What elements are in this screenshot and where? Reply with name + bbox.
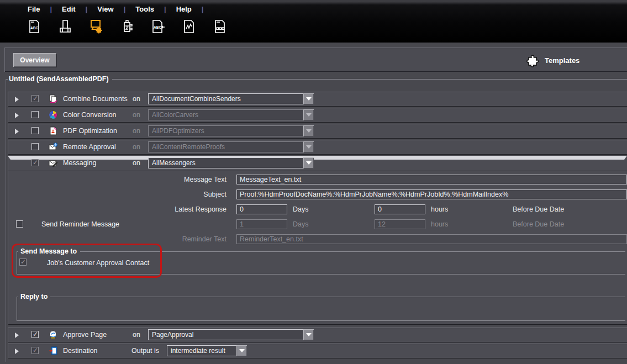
import-text-button[interactable]: ABC [149, 18, 167, 35]
remote-approval-checkbox[interactable] [31, 143, 39, 150]
approve-page-select[interactable]: PageApproval [148, 329, 314, 340]
chevron-down-icon [239, 349, 245, 352]
expand-arrow-icon[interactable] [15, 97, 19, 102]
step-prefix: on [133, 95, 140, 103]
expand-arrow-icon[interactable] [15, 113, 19, 118]
menu-separator: | [86, 5, 88, 13]
combine-documents-select[interactable]: AllDocumentCombineSenders [148, 93, 314, 104]
tab-overview[interactable]: Overview [13, 53, 56, 67]
step-row-remote-approval: Remote Approval on AllContentRemoteProof… [8, 140, 627, 155]
print-output-button[interactable] [56, 18, 74, 35]
messaging-select[interactable]: AllMessengers [148, 157, 314, 168]
select-value: AllContentRemoteProofs [148, 141, 303, 152]
reminder-hours-input[interactable] [375, 219, 425, 229]
combine-documents-icon [48, 94, 58, 104]
svg-text:ABC: ABC [154, 25, 161, 29]
tab-strip: Overview Templates [4, 48, 627, 72]
color-conversion-select[interactable]: AllColorCarvers [148, 109, 314, 120]
color-conversion-checkbox[interactable] [31, 111, 39, 118]
menu-view[interactable]: View [95, 5, 115, 13]
dropdown-button[interactable] [303, 329, 314, 340]
messaging-icon [48, 158, 58, 168]
pdf-optimization-checkbox[interactable] [31, 127, 39, 134]
workflow-group-title: Untitled (SendAssembledPDF) [9, 75, 112, 83]
step-label: Color Conversion [63, 111, 117, 119]
expand-arrow-icon[interactable] [15, 129, 19, 134]
subject-input[interactable] [236, 189, 627, 199]
dropdown-button[interactable] [303, 109, 314, 120]
step-row-color-conversion: Color Conversion on AllColorCarvers [8, 108, 627, 123]
expand-arrow-icon[interactable] [15, 349, 19, 354]
remote-approval-select[interactable]: AllContentRemoteProofs [148, 141, 314, 152]
color-conversion-icon [48, 110, 58, 120]
select-value: intermediate result [167, 345, 236, 356]
signature-document-icon [181, 19, 197, 34]
signature-document-button[interactable] [180, 18, 198, 35]
step-label: Remote Approval [63, 143, 116, 151]
step-prefix: on [133, 127, 140, 135]
latest-response-days-input[interactable] [236, 204, 287, 214]
app-window: { "menu": { "items": ["File", "Edit", "V… [0, 0, 627, 364]
menu-tools[interactable]: Tools [133, 5, 156, 13]
menu-separator: | [202, 5, 204, 13]
remote-approval-icon [48, 142, 58, 152]
workflow-document-button[interactable] [211, 18, 229, 35]
dropdown-button[interactable] [303, 141, 314, 152]
menu-separator: | [164, 5, 166, 13]
expand-arrow-icon[interactable] [15, 333, 19, 338]
step-row-messaging-expanded: ✓ Messaging on AllMessengers Message Tex… [8, 156, 627, 325]
approve-page-checkbox[interactable]: ✓ [31, 331, 39, 338]
chevron-down-icon [306, 113, 312, 117]
dropdown-button[interactable] [303, 93, 314, 104]
dropdown-button[interactable] [303, 157, 314, 168]
step-label: Approve Page [63, 331, 107, 339]
computer-settings-button[interactable] [87, 18, 105, 35]
reply-to-title: Reply to [18, 293, 50, 300]
before-due-date-label: Before Due Date [513, 205, 564, 213]
templates-button[interactable]: Templates [525, 52, 579, 68]
select-value: PageApproval [148, 329, 303, 340]
pdf-optimization-select[interactable]: AllPDFOptimizers [148, 125, 314, 136]
step-row-combine-documents: ✓ Combine Documents on AllDocumentCombin… [8, 92, 627, 107]
step-row-pdf-optimization: PDF Optimization on AllPDFOptimizers [8, 124, 627, 139]
message-text-input[interactable] [236, 175, 627, 184]
message-text-label: Message Text [127, 176, 226, 183]
dropdown-button[interactable] [303, 125, 314, 136]
menu-file[interactable]: File [25, 5, 42, 13]
step-label: Destination [63, 347, 98, 355]
job-customer-approval-contact-checkbox[interactable]: ✓ [19, 259, 27, 266]
step-prefix: on [133, 159, 140, 167]
reply-to-groupbox [17, 297, 625, 321]
step-prefix: Output is [131, 347, 159, 355]
combine-documents-checkbox[interactable]: ✓ [31, 95, 39, 102]
send-reminder-checkbox[interactable] [16, 220, 23, 228]
toolbar: ABC AB [25, 18, 229, 35]
reminder-text-input[interactable] [236, 234, 627, 244]
hours-label: hours [431, 220, 448, 228]
step-prefix: on [133, 331, 140, 339]
step-prefix: on [133, 111, 140, 119]
import-text-icon: ABC [150, 19, 166, 34]
menu-edit[interactable]: Edit [60, 5, 78, 13]
menubar: File| Edit| View| Tools| Help| [25, 3, 211, 14]
destination-checkbox[interactable]: ✓ [31, 347, 39, 354]
new-report-icon: ABC [27, 19, 42, 34]
destination-output-select[interactable]: intermediate result [167, 345, 247, 356]
menu-help[interactable]: Help [174, 5, 194, 13]
puzzle-icon [525, 52, 540, 68]
new-report-button[interactable]: ABC [25, 18, 43, 35]
collapse-arrow-icon[interactable] [8, 156, 627, 160]
send-reminder-label: Send Reminder Message [41, 220, 119, 228]
processor-device-icon [119, 19, 135, 34]
reminder-days-input[interactable] [236, 219, 287, 229]
messaging-checkbox[interactable]: ✓ [31, 159, 39, 166]
days-label: Days [293, 220, 308, 228]
subject-label: Subject [127, 191, 226, 198]
group-border-left [6, 79, 6, 362]
processor-device-button[interactable] [118, 18, 136, 35]
dropdown-button[interactable] [236, 345, 247, 356]
latest-response-hours-input[interactable] [375, 204, 425, 214]
chevron-down-icon [306, 333, 312, 336]
select-value: AllMessengers [148, 157, 303, 168]
days-label: Days [293, 205, 308, 213]
